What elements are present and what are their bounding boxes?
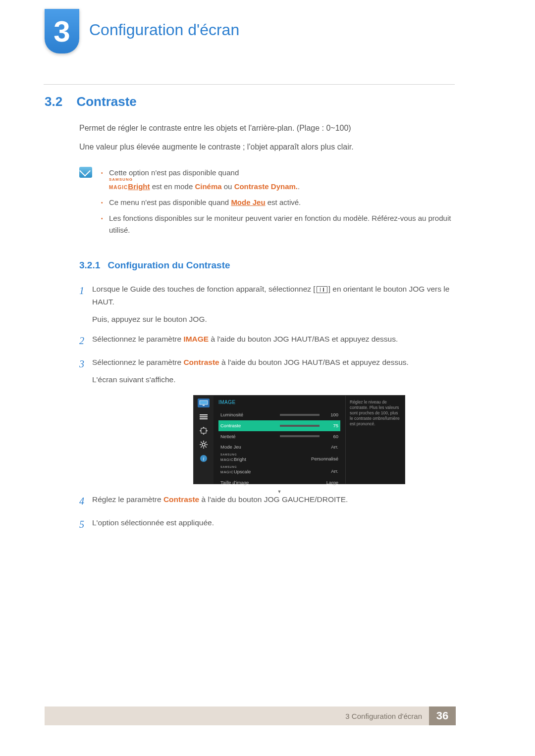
svg-rect-4 <box>200 418 208 419</box>
note-icon <box>79 167 92 178</box>
text: SAMSUNG <box>220 454 246 455</box>
svg-rect-2 <box>200 414 208 415</box>
step-text: Sélectionnez le paramètre Contraste à l'… <box>92 356 456 386</box>
section-header: 3.2 Contraste <box>45 94 456 109</box>
page-content: 3.2 Contraste Permet de régler le contra… <box>45 94 456 540</box>
note-item-3: Les fonctions disponibles sur le moniteu… <box>101 212 456 236</box>
step-number: 3 <box>79 356 92 386</box>
text: Upscale <box>234 469 251 474</box>
text: MAGIC <box>220 470 234 474</box>
monitor-icon <box>198 399 210 407</box>
info-icon: i <box>198 454 210 463</box>
osd-row-nettete: Netteté 60 <box>218 431 340 442</box>
text: Lorsque le Guide des touches de fonction… <box>92 285 316 293</box>
step-5: 5 L'option sélectionnée est appliquée. <box>79 516 456 533</box>
slider <box>280 435 320 437</box>
note-list: Cette option n'est pas disponible quand … <box>101 167 456 240</box>
gear-icon <box>198 440 210 449</box>
value: 100 <box>323 411 338 419</box>
text: à l'aide du bouton JOG HAUT/BAS et appuy… <box>219 358 409 366</box>
text: Sélectionnez le paramètre <box>92 358 183 366</box>
step-number: 1 <box>79 283 92 326</box>
step-number: 2 <box>79 333 92 349</box>
contraste-label: Contraste <box>183 358 219 366</box>
steps-list: 1 Lorsque le Guide des touches de foncti… <box>79 283 456 533</box>
value: 60 <box>323 433 338 441</box>
label: SAMSUNGMAGICBright <box>220 454 246 463</box>
text: Réglez le paramètre <box>92 495 163 504</box>
mode-jeu-label: Mode Jeu <box>231 198 265 206</box>
label: Mode Jeu <box>220 443 241 451</box>
label: Netteté <box>220 433 236 441</box>
text: Sélectionnez le paramètre <box>92 335 183 343</box>
step-2: 2 Sélectionnez le paramètre IMAGE à l'ai… <box>79 333 456 349</box>
step-number: 5 <box>79 516 92 533</box>
slider <box>280 425 320 427</box>
osd-row-modejeu: Mode Jeu Arr. <box>218 442 340 453</box>
text: Bright <box>234 456 246 462</box>
svg-line-12 <box>206 446 207 447</box>
svg-rect-3 <box>200 416 208 417</box>
svg-rect-1 <box>203 405 205 406</box>
label: SAMSUNGMAGICUpscale <box>220 466 251 476</box>
svg-rect-0 <box>200 401 208 404</box>
section-para-2: Une valeur plus élevée augmente le contr… <box>79 141 456 153</box>
chevron-down-icon: ▼ <box>218 488 340 496</box>
subsection-number: 3.2.1 <box>79 260 100 270</box>
text: SAMSUNG <box>109 179 456 181</box>
text: à l'aide du bouton JOG HAUT/BAS et appuy… <box>209 335 398 343</box>
chapter-title: Configuration d'écran <box>89 21 239 39</box>
osd-help-text: Réglez le niveau de contraste. Plus les … <box>345 396 405 484</box>
section-number: 3.2 <box>45 94 74 109</box>
note-item-1: Cette option n'est pas disponible quand … <box>101 167 456 193</box>
step-4: 4 Réglez le paramètre Contraste à l'aide… <box>79 493 456 509</box>
osd-row-upscale: SAMSUNGMAGICUpscale Arr. <box>218 465 340 477</box>
value: Arr. <box>331 467 338 475</box>
value: 75 <box>323 422 338 430</box>
osd-row-bright: SAMSUNGMAGICBright Personnalisé <box>218 453 340 465</box>
text: Cette option n'est pas disponible quand <box>109 168 239 177</box>
text: est activé. <box>268 198 301 206</box>
value: Large <box>326 479 338 487</box>
menu-icon <box>317 286 327 293</box>
svg-point-6 <box>202 443 205 446</box>
step-number: 4 <box>79 493 92 509</box>
text: est en mode <box>152 182 195 191</box>
footer-text: 3 Configuration d'écran <box>45 706 429 725</box>
image-label: IMAGE <box>183 335 209 343</box>
step-text: Lorsque le Guide des touches de fonction… <box>92 283 456 326</box>
osd-title: IMAGE <box>218 399 340 407</box>
value: Personnalisé <box>311 455 338 463</box>
svg-line-11 <box>201 442 202 443</box>
text: Ce menu n'est pas disponible quand <box>109 198 231 206</box>
osd-screenshot: i IMAGE Luminosité 100 Contraste 75 Nett… <box>193 395 405 484</box>
value: Arr. <box>331 443 338 451</box>
text: MAGIC <box>220 458 234 461</box>
contraste-dynam-label: Contraste Dynam. <box>234 182 298 191</box>
svg-rect-5 <box>201 428 206 433</box>
osd-row-contraste: Contraste 75 <box>218 420 340 431</box>
contraste-label: Contraste <box>163 495 199 504</box>
step-text: L'option sélectionnée est appliquée. <box>92 516 456 533</box>
cinema-label: Cinéma <box>195 182 221 191</box>
text: L'écran suivant s'affiche. <box>92 373 456 386</box>
svg-text:i: i <box>203 456 205 461</box>
step-1: 1 Lorsque le Guide des touches de foncti… <box>79 283 456 326</box>
step-text: Réglez le paramètre Contraste à l'aide d… <box>92 493 456 509</box>
note-block: Cette option n'est pas disponible quand … <box>79 167 456 240</box>
page-footer: 3 Configuration d'écran 36 <box>45 706 456 725</box>
section-title: Contraste <box>76 94 136 109</box>
bright-label: Bright <box>128 182 150 191</box>
step-3: 3 Sélectionnez le paramètre Contraste à … <box>79 356 456 386</box>
svg-line-14 <box>206 442 207 443</box>
subsection-header: 3.2.1 Configuration du Contraste <box>79 260 456 271</box>
page-number: 36 <box>429 706 456 725</box>
osd-sidebar: i <box>194 396 214 484</box>
osd-row-luminosite: Luminosité 100 <box>218 409 340 420</box>
label: Luminosité <box>220 411 243 419</box>
divider <box>44 84 455 85</box>
text: Puis, appuyez sur le bouton JOG. <box>92 313 456 326</box>
osd-main: IMAGE Luminosité 100 Contraste 75 Nettet… <box>214 396 345 484</box>
list-icon <box>198 412 210 421</box>
section-para-1: Permet de régler le contraste entre les … <box>79 122 456 134</box>
